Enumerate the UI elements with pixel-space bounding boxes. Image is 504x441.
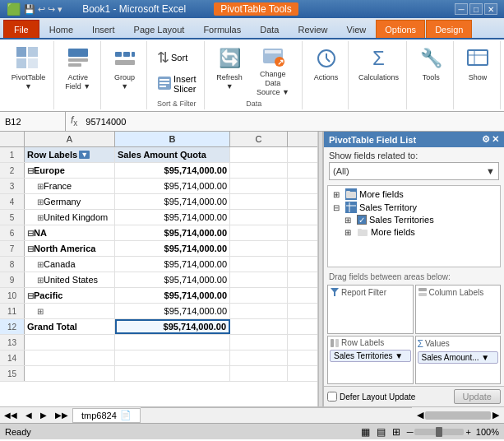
expand-more-fields-icon[interactable]: ⊞ — [333, 190, 343, 199]
fl-area-values[interactable]: Σ Values Sales Amount... ▼ — [415, 336, 502, 385]
cell-14c[interactable] — [230, 350, 288, 365]
defer-checkbox[interactable] — [327, 392, 337, 402]
tab-page-layout[interactable]: Page Layout — [125, 20, 194, 38]
cell-11c[interactable] — [230, 304, 288, 318]
cell-7c[interactable] — [230, 241, 288, 256]
cell-2a[interactable]: ⊟ Europe — [25, 163, 115, 178]
active-field-button[interactable]: ActiveField ▼ — [60, 43, 96, 97]
cell-15a[interactable] — [25, 366, 115, 381]
cell-3c[interactable] — [230, 179, 288, 193]
tab-review[interactable]: Review — [289, 20, 336, 38]
cell-5b[interactable]: $95,714,000.00 — [115, 210, 230, 225]
close-button[interactable]: ✕ — [484, 3, 497, 15]
cell-10b[interactable]: $95,714,000.00 — [115, 288, 230, 303]
cell-2c[interactable] — [230, 163, 288, 178]
field-list-settings-icon[interactable]: ⚙ — [482, 134, 490, 145]
list-item[interactable]: ⊞ More fields — [331, 188, 497, 201]
show-button[interactable]: Show — [460, 43, 496, 97]
name-box[interactable]: B12 — [0, 112, 66, 131]
list-item[interactable]: ⊟ Sales Territory — [331, 201, 497, 214]
cell-13c[interactable] — [230, 335, 288, 350]
cell-14b[interactable] — [115, 350, 230, 365]
cell-12a[interactable]: Grand Total — [25, 319, 115, 334]
cell-10a[interactable]: ⊟ Pacific — [25, 288, 115, 303]
expand-icon[interactable]: ⊞ — [37, 260, 44, 269]
cell-10c[interactable] — [230, 288, 288, 303]
calculations-button[interactable]: Σ Calculations — [354, 43, 403, 97]
cell-8c[interactable] — [230, 257, 288, 272]
cell-5a[interactable]: ⊞ United Kingdom — [25, 210, 115, 225]
cell-7a[interactable]: ⊟ North America — [25, 241, 115, 256]
tools-button[interactable]: 🔧 Tools — [413, 43, 449, 97]
col-header-a[interactable]: A — [25, 132, 115, 146]
cell-1c[interactable] — [230, 147, 288, 162]
expand-more-fields-2-icon[interactable]: ⊞ — [344, 228, 354, 237]
tab-view[interactable]: View — [338, 20, 376, 38]
cell-11a[interactable]: ⊞ — [25, 304, 115, 318]
defer-layout-update[interactable]: Defer Layout Update — [327, 392, 415, 402]
fields-dropdown[interactable]: (All) ▼ — [329, 162, 499, 180]
fl-area-column-labels[interactable]: Column Labels — [415, 285, 502, 334]
tab-home[interactable]: Home — [40, 20, 82, 38]
tab-formulas[interactable]: Formulas — [194, 20, 250, 38]
sort-button[interactable]: ⇅ Sort — [153, 45, 192, 70]
expand-icon[interactable]: ⊞ — [37, 307, 44, 316]
change-data-source-button[interactable]: ↗ Change DataSource ▼ — [249, 43, 297, 97]
cell-12b[interactable]: $95,714,000.00 — [115, 319, 230, 334]
cell-11b[interactable]: $95,714,000.00 — [115, 304, 230, 318]
insert-slicer-button[interactable]: InsertSlicer — [153, 72, 201, 96]
cell-9a[interactable]: ⊞ United States — [25, 272, 115, 287]
tab-design[interactable]: Design — [426, 20, 472, 38]
sheet-tab-next2-icon[interactable]: ▶▶ — [51, 409, 72, 421]
sheet-tab-prev-icon[interactable]: ◀◀ — [0, 409, 21, 421]
filter-icon[interactable]: ▼ — [79, 151, 90, 159]
cell-9c[interactable] — [230, 272, 288, 287]
view-layout-icon[interactable]: ▤ — [377, 426, 386, 438]
expand-icon[interactable]: ⊞ — [37, 182, 44, 191]
cell-6c[interactable] — [230, 225, 288, 240]
pivottable-button[interactable]: PivotTable▼ — [7, 43, 50, 97]
cell-4b[interactable]: $95,714,000.00 — [115, 194, 230, 209]
h-scrollbar[interactable] — [425, 411, 491, 420]
cell-9b[interactable]: $95,714,000.00 — [115, 272, 230, 287]
scroll-left-icon[interactable]: ◀ — [417, 410, 423, 420]
expand-icon[interactable]: ⊟ — [27, 291, 34, 300]
cell-14a[interactable] — [25, 350, 115, 365]
cell-12c[interactable] — [230, 319, 288, 334]
window-controls[interactable]: ─ □ ✕ — [455, 3, 497, 15]
minimize-button[interactable]: ─ — [455, 3, 468, 15]
sheet-tab-tmp6824[interactable]: tmp6824 📄 — [72, 408, 141, 423]
view-normal-icon[interactable]: ▦ — [361, 426, 370, 438]
list-item[interactable]: ⊞ More fields — [331, 225, 497, 239]
row-labels-chip[interactable]: Sales Territories ▼ — [330, 350, 411, 362]
tab-options[interactable]: Options — [376, 20, 425, 38]
actions-button[interactable]: Actions — [308, 43, 344, 97]
zoom-in-icon[interactable]: + — [465, 427, 470, 437]
expand-sales-territories-icon[interactable]: ⊞ — [344, 216, 354, 225]
cell-4c[interactable] — [230, 194, 288, 209]
cell-6b[interactable]: $95,714,000.00 — [115, 225, 230, 240]
col-header-c[interactable]: C — [230, 132, 288, 146]
expand-sales-territory-icon[interactable]: ⊟ — [333, 203, 343, 212]
expand-icon[interactable]: ⊟ — [27, 229, 34, 238]
cell-2b[interactable]: $95,714,000.00 — [115, 163, 230, 178]
cell-8a[interactable]: ⊞ Canada — [25, 257, 115, 272]
cell-13a[interactable] — [25, 335, 115, 350]
view-page-icon[interactable]: ⊞ — [392, 426, 400, 438]
expand-icon[interactable]: ⊟ — [27, 244, 34, 253]
zoom-slider[interactable] — [414, 429, 464, 435]
list-item[interactable]: ⊞ ✓ Sales Territories — [331, 214, 497, 225]
values-chip[interactable]: Sales Amount... ▼ — [418, 351, 499, 364]
field-list-tree[interactable]: ⊞ More fields ⊟ Sales Territory ⊞ ✓ Sale… — [327, 185, 501, 267]
field-list-close-icon[interactable]: ✕ — [492, 134, 499, 145]
cell-13b[interactable] — [115, 335, 230, 350]
tab-data[interactable]: Data — [251, 20, 288, 38]
col-header-b[interactable]: B — [115, 132, 230, 146]
expand-icon[interactable]: ⊞ — [37, 213, 44, 222]
fl-area-row-labels[interactable]: Row Labels Sales Territories ▼ — [327, 336, 414, 385]
cell-1b[interactable]: Sales Amount Quota — [115, 147, 230, 162]
cell-4a[interactable]: ⊞ Germany — [25, 194, 115, 209]
restore-button[interactable]: □ — [469, 3, 483, 15]
cell-3a[interactable]: ⊞ France — [25, 179, 115, 193]
sheet-tab-next-icon[interactable]: ▶ — [36, 409, 51, 421]
